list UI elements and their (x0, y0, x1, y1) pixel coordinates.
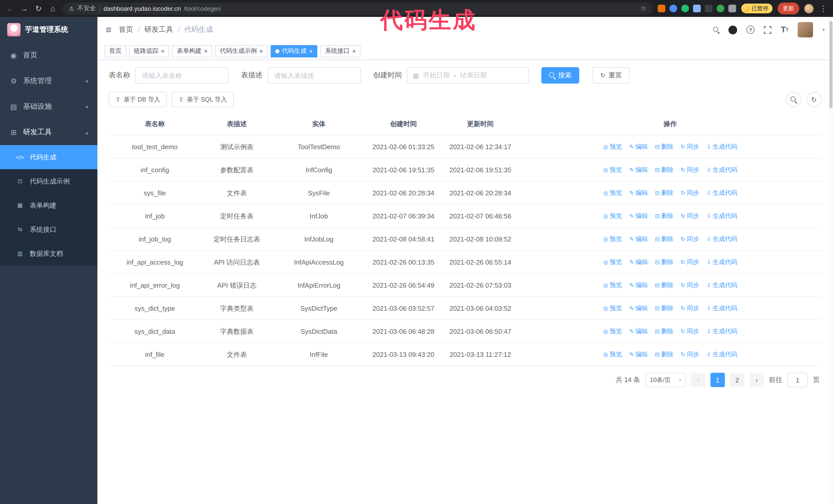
address-bar[interactable]: ⚠ 不安全 | dashboard.yudao.iocoder.cn /tool… (63, 2, 652, 15)
action-edit-link[interactable]: ✎编辑 (629, 257, 648, 267)
tab-close-icon[interactable]: × (204, 48, 208, 54)
action-edit-link[interactable]: ✎编辑 (629, 327, 648, 336)
table-name-input[interactable] (135, 67, 229, 83)
sidebar-subitem-system-api[interactable]: ⇆ 系统接口 (0, 217, 97, 241)
page-scrollbar[interactable] (829, 17, 833, 504)
avatar-caret-icon[interactable]: ▾ (823, 27, 825, 32)
page-button-2[interactable]: 2 (730, 373, 744, 387)
extension-icon-orange[interactable] (658, 5, 665, 12)
action-generate-code-link[interactable]: ⇩生成代码 (706, 257, 737, 267)
action-generate-code-link[interactable]: ⇩生成代码 (706, 281, 737, 290)
action-delete-link[interactable]: ⊟删除 (655, 281, 673, 290)
sidebar-subitem-codegen-example[interactable]: ⊡ 代码生成示例 (0, 169, 97, 193)
toggle-search-button[interactable] (786, 92, 801, 107)
action-sync-link[interactable]: ↻同步 (681, 257, 699, 267)
action-edit-link[interactable]: ✎编辑 (629, 281, 648, 290)
search-button[interactable]: 搜索 (541, 67, 579, 83)
action-sync-link[interactable]: ↻同步 (681, 350, 699, 359)
table-desc-input[interactable] (268, 67, 361, 83)
next-page-button[interactable]: › (749, 373, 764, 387)
action-generate-code-link[interactable]: ⇩生成代码 (706, 234, 737, 244)
action-delete-link[interactable]: ⊟删除 (655, 327, 673, 336)
action-edit-link[interactable]: ✎编辑 (629, 211, 648, 221)
action-preview-link[interactable]: ◎预览 (603, 257, 622, 267)
reset-button[interactable]: ↻ 重置 (593, 67, 629, 83)
update-button[interactable]: 更新 (778, 3, 799, 14)
tab-trace[interactable]: 链路追踪 × (129, 45, 169, 57)
action-delete-link[interactable]: ⊟删除 (655, 188, 673, 198)
action-delete-link[interactable]: ⊟删除 (655, 234, 673, 244)
action-generate-code-link[interactable]: ⇩生成代码 (706, 350, 737, 359)
action-delete-link[interactable]: ⊟删除 (655, 257, 673, 267)
action-preview-link[interactable]: ◎预览 (603, 234, 622, 244)
tab-close-icon[interactable]: × (161, 48, 165, 54)
date-range-picker[interactable]: ▦ 开始日期 - 结束日期 (407, 67, 529, 83)
sidebar-item-infra[interactable]: ▤ 基础设施 ▾ (0, 94, 97, 119)
extension-icon-leaf[interactable] (717, 5, 724, 12)
user-avatar[interactable] (798, 22, 813, 38)
action-sync-link[interactable]: ↻同步 (681, 188, 699, 198)
action-sync-link[interactable]: ↻同步 (681, 165, 699, 175)
action-edit-link[interactable]: ✎编辑 (629, 304, 648, 313)
import-sql-button[interactable]: ⇧ 基于 SQL 导入 (172, 92, 234, 107)
breadcrumb-home[interactable]: 首页 (119, 25, 133, 34)
tab-close-icon[interactable]: × (352, 48, 356, 54)
tab-form-builder[interactable]: 表单构建 × (172, 45, 212, 57)
breadcrumb-devtools[interactable]: 研发工具 (144, 25, 173, 34)
bookmark-star-icon[interactable]: ☆ (641, 5, 646, 12)
action-sync-link[interactable]: ↻同步 (681, 327, 699, 336)
action-generate-code-link[interactable]: ⇩生成代码 (706, 142, 737, 152)
action-sync-link[interactable]: ↻同步 (681, 234, 699, 244)
action-preview-link[interactable]: ◎预览 (603, 281, 622, 290)
forward-icon[interactable]: → (20, 4, 29, 13)
action-preview-link[interactable]: ◎预览 (603, 350, 622, 359)
page-button-1[interactable]: 1 (711, 373, 725, 387)
sidebar-subitem-db-doc[interactable]: ▥ 数据库文档 (0, 241, 97, 266)
action-edit-link[interactable]: ✎编辑 (629, 350, 648, 359)
tab-codegen-example[interactable]: 代码生成示例 × (215, 45, 268, 57)
browser-menu-icon[interactable]: ⋮ (819, 4, 828, 13)
back-icon[interactable]: ← (5, 4, 14, 13)
action-edit-link[interactable]: ✎编辑 (629, 142, 648, 152)
action-generate-code-link[interactable]: ⇩生成代码 (706, 188, 737, 198)
tab-close-icon[interactable]: × (259, 48, 263, 54)
action-delete-link[interactable]: ⊟删除 (655, 350, 673, 359)
action-generate-code-link[interactable]: ⇩生成代码 (706, 165, 737, 175)
search-icon[interactable] (713, 27, 719, 33)
hamburger-icon[interactable]: ≡ (105, 25, 112, 35)
action-delete-link[interactable]: ⊟删除 (655, 165, 673, 175)
extension-icon-grid[interactable] (693, 5, 701, 12)
fullscreen-icon[interactable] (764, 26, 771, 33)
action-generate-code-link[interactable]: ⇩生成代码 (706, 327, 737, 336)
font-size-icon[interactable]: TT (781, 25, 789, 34)
tab-home[interactable]: 首页 (104, 45, 126, 57)
prev-page-button[interactable]: ‹ (691, 373, 705, 387)
action-delete-link[interactable]: ⊟删除 (655, 211, 673, 221)
action-generate-code-link[interactable]: ⇩生成代码 (706, 304, 737, 313)
action-generate-code-link[interactable]: ⇩生成代码 (706, 211, 737, 221)
sidebar-item-system[interactable]: ⚙ 系统管理 ▾ (0, 68, 97, 94)
action-edit-link[interactable]: ✎编辑 (629, 234, 648, 244)
action-edit-link[interactable]: ✎编辑 (629, 188, 648, 198)
action-sync-link[interactable]: ↻同步 (681, 281, 699, 290)
reload-icon[interactable]: ↻ (34, 4, 43, 13)
action-delete-link[interactable]: ⊟删除 (655, 304, 673, 313)
security-label[interactable]: 不安全 (77, 4, 96, 13)
extension-icon-green-check[interactable] (681, 5, 689, 12)
sidebar-subitem-codegen[interactable]: </> 代码生成 (0, 145, 97, 169)
tab-system-api[interactable]: 系统接口 × (320, 45, 360, 57)
action-edit-link[interactable]: ✎编辑 (629, 165, 648, 175)
sidebar-subitem-form-builder[interactable]: ▦ 表单构建 (0, 193, 97, 217)
action-sync-link[interactable]: ↻同步 (681, 304, 699, 313)
home-icon[interactable]: ⌂ (48, 4, 57, 13)
tab-codegen[interactable]: 代码生成 × (271, 45, 317, 57)
import-db-button[interactable]: ⇧ 基于 DB 导入 (109, 92, 167, 107)
goto-page-input[interactable] (787, 373, 808, 387)
paused-badge[interactable]: 已暂停 (741, 4, 772, 13)
action-sync-link[interactable]: ↻同步 (681, 142, 699, 152)
action-preview-link[interactable]: ◎预览 (603, 211, 622, 221)
github-icon[interactable] (729, 25, 737, 34)
action-preview-link[interactable]: ◎预览 (603, 327, 622, 336)
action-preview-link[interactable]: ◎预览 (603, 304, 622, 313)
help-icon[interactable]: ? (746, 26, 755, 34)
